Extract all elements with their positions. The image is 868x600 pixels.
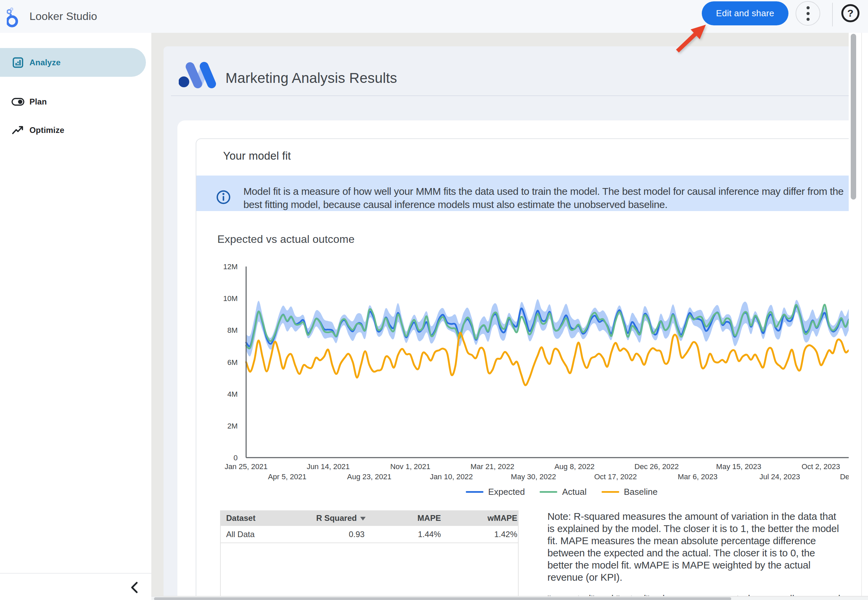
x-tick-label: Jan 10, 2022 [430, 473, 473, 481]
svg-text:?: ? [847, 8, 853, 18]
brand: Looker Studio [7, 3, 97, 30]
top-app-bar: Looker Studio Edit and share ? [0, 0, 868, 33]
report-page: Marketing Analysis Results Your model fi… [164, 46, 849, 600]
horizontal-scrollbar-thumb[interactable] [154, 597, 731, 600]
table-cell: 0.93 [316, 526, 365, 543]
table-cell: All Data [221, 526, 316, 543]
x-tick-label: Dec 26, 2022 [634, 462, 679, 471]
x-tick-label: Aug 23, 2021 [347, 473, 391, 481]
note-paragraph: Note: R-squared measures the amount of v… [547, 511, 849, 583]
help-button[interactable]: ? [841, 4, 860, 23]
sidebar-item-plan[interactable]: Plan [0, 87, 146, 116]
app-title: Looker Studio [29, 10, 97, 23]
table-cell: 1.42% [441, 526, 518, 543]
toggle-icon [11, 94, 25, 109]
table-row: All Data0.931.44%1.42% [221, 526, 518, 543]
question-mark-icon: ? [841, 4, 860, 23]
vertical-scrollbar-thumb[interactable] [851, 34, 856, 200]
y-tick-label: 4M [227, 390, 238, 398]
left-nav: Analyze Plan Optimize [0, 33, 151, 600]
y-tick-label: 0 [234, 453, 238, 462]
x-tick-label: Oct 17, 2022 [594, 473, 637, 481]
y-tick-label: 6M [227, 358, 238, 367]
legend-label: Expected [488, 487, 525, 497]
data-table: DatasetR SquaredMAPEwMAPE All Data0.931.… [221, 511, 518, 543]
model-fit-card: Your model fit Model fit is a measure of… [177, 120, 849, 600]
y-tick-label: 12M [223, 262, 238, 271]
x-tick-label: May 30, 2022 [511, 473, 556, 481]
collapse-sidebar-button[interactable] [125, 579, 143, 597]
legend-swatch-baseline [602, 491, 619, 493]
legend-label: Actual [562, 487, 586, 497]
info-banner: Model fit is a measure of how well your … [196, 176, 849, 211]
horizontal-scrollbar[interactable] [151, 596, 868, 600]
legend-item-expected: Expected [466, 487, 525, 497]
x-tick-label: Jan 25, 2021 [225, 462, 268, 471]
x-tick-label: Oct 2, 2023 [802, 462, 840, 471]
meridian-logo-icon [179, 61, 218, 89]
model-fit-table: DatasetR SquaredMAPEwMAPE All Data0.931.… [220, 511, 518, 600]
x-tick-label: Aug 8, 2022 [555, 462, 595, 471]
header-divider [832, 3, 833, 26]
y-tick-label: 8M [227, 326, 238, 335]
x-tick-label: Dec 11, 2023 [840, 473, 849, 481]
looker-studio-logo-icon [7, 7, 24, 28]
column-header-wmape[interactable]: wMAPE [441, 511, 518, 526]
x-tick-label: Apr 5, 2021 [268, 473, 306, 481]
x-tick-label: Jul 24, 2023 [759, 473, 800, 481]
info-banner-text: Model fit is a measure of how well your … [243, 185, 844, 211]
y-tick-label: 10M [223, 294, 238, 303]
report-title: Marketing Analysis Results [225, 70, 397, 86]
y-tick-label: 2M [227, 422, 238, 430]
sidebar-item-analyze[interactable]: Analyze [0, 48, 146, 77]
x-tick-label: Mar 6, 2023 [678, 473, 718, 481]
info-icon [216, 190, 231, 204]
sort-descending-icon [360, 517, 366, 521]
confidence-band [246, 299, 849, 356]
table-header-row: DatasetR SquaredMAPEwMAPE [221, 511, 518, 526]
legend-swatch-actual [540, 491, 557, 493]
three-dot-menu-icon [806, 6, 810, 21]
section-title: Your model fit [223, 150, 291, 162]
model-fit-inner-card: Your model fit Model fit is a measure of… [196, 138, 849, 600]
legend-item-baseline: Baseline [602, 487, 658, 497]
legend-swatch-expected [466, 491, 483, 493]
report-viewport: Marketing Analysis Results Your model fi… [151, 33, 849, 600]
sidebar-item-optimize[interactable]: Optimize [0, 116, 146, 144]
more-options-button[interactable] [795, 1, 820, 26]
trending-up-icon [11, 123, 25, 138]
x-tick-label: May 15, 2023 [716, 462, 761, 471]
x-tick-label: Mar 21, 2022 [471, 462, 515, 471]
chart-legend: ExpectedActualBaseline [466, 487, 657, 497]
chevron-left-icon [130, 581, 138, 594]
vertical-scrollbar[interactable] [849, 33, 862, 600]
right-margin [863, 33, 868, 600]
x-tick-label: Nov 1, 2021 [390, 462, 431, 471]
legend-item-actual: Actual [540, 487, 586, 497]
column-header-mape[interactable]: MAPE [365, 511, 442, 526]
note-text: Note: R-squared measures the amount of v… [547, 511, 849, 600]
chart-title: Expected vs actual outcome [217, 233, 354, 245]
sidebar-divider [0, 573, 151, 574]
bar-chart-icon [11, 55, 25, 70]
x-tick-label: Jun 14, 2021 [307, 462, 350, 471]
edit-and-share-button[interactable]: Edit and share [702, 2, 789, 25]
looker-studio-app: Looker Studio Edit and share ? [0, 0, 868, 600]
report-header-divider [171, 95, 849, 96]
column-header-r-squared[interactable]: R Squared [316, 511, 365, 526]
expected-vs-actual-chart: 02M4M6M8M10M12MJan 25, 2021Jun 14, 2021N… [196, 251, 849, 487]
column-header-dataset[interactable]: Dataset [221, 511, 316, 526]
table-cell: 1.44% [365, 526, 442, 543]
legend-label: Baseline [624, 487, 658, 497]
